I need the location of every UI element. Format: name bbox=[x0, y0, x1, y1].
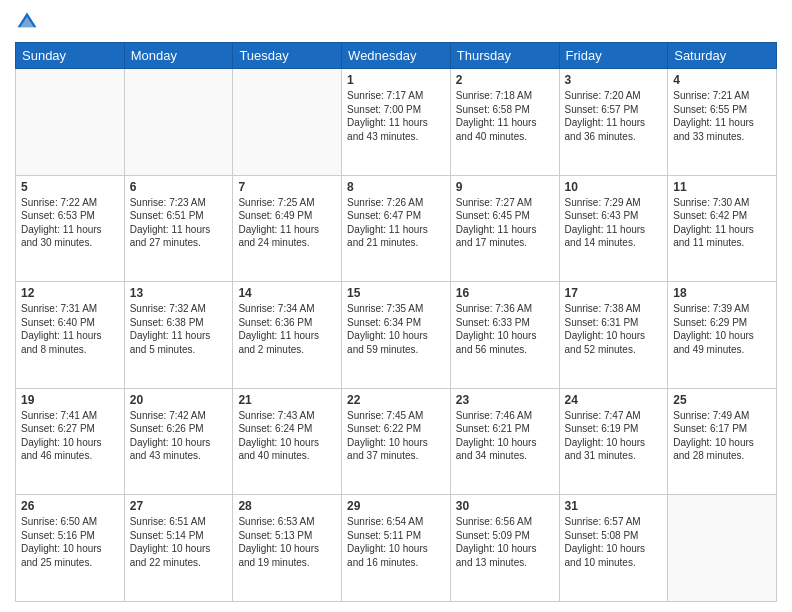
calendar-cell: 12Sunrise: 7:31 AM Sunset: 6:40 PM Dayli… bbox=[16, 282, 125, 389]
calendar-cell: 10Sunrise: 7:29 AM Sunset: 6:43 PM Dayli… bbox=[559, 175, 668, 282]
cell-content: Sunrise: 7:17 AM Sunset: 7:00 PM Dayligh… bbox=[347, 89, 445, 143]
cell-content: Sunrise: 7:27 AM Sunset: 6:45 PM Dayligh… bbox=[456, 196, 554, 250]
logo bbox=[15, 10, 43, 34]
day-number: 4 bbox=[673, 73, 771, 87]
calendar-cell: 26Sunrise: 6:50 AM Sunset: 5:16 PM Dayli… bbox=[16, 495, 125, 602]
cell-content: Sunrise: 6:56 AM Sunset: 5:09 PM Dayligh… bbox=[456, 515, 554, 569]
day-header-monday: Monday bbox=[124, 43, 233, 69]
calendar-cell: 4Sunrise: 7:21 AM Sunset: 6:55 PM Daylig… bbox=[668, 69, 777, 176]
day-header-thursday: Thursday bbox=[450, 43, 559, 69]
calendar-cell: 9Sunrise: 7:27 AM Sunset: 6:45 PM Daylig… bbox=[450, 175, 559, 282]
day-header-friday: Friday bbox=[559, 43, 668, 69]
calendar-cell bbox=[124, 69, 233, 176]
calendar-cell: 23Sunrise: 7:46 AM Sunset: 6:21 PM Dayli… bbox=[450, 388, 559, 495]
day-number: 26 bbox=[21, 499, 119, 513]
cell-content: Sunrise: 7:42 AM Sunset: 6:26 PM Dayligh… bbox=[130, 409, 228, 463]
calendar-cell: 27Sunrise: 6:51 AM Sunset: 5:14 PM Dayli… bbox=[124, 495, 233, 602]
calendar-cell: 30Sunrise: 6:56 AM Sunset: 5:09 PM Dayli… bbox=[450, 495, 559, 602]
calendar-cell: 31Sunrise: 6:57 AM Sunset: 5:08 PM Dayli… bbox=[559, 495, 668, 602]
day-header-tuesday: Tuesday bbox=[233, 43, 342, 69]
calendar-cell: 5Sunrise: 7:22 AM Sunset: 6:53 PM Daylig… bbox=[16, 175, 125, 282]
cell-content: Sunrise: 7:34 AM Sunset: 6:36 PM Dayligh… bbox=[238, 302, 336, 356]
cell-content: Sunrise: 7:32 AM Sunset: 6:38 PM Dayligh… bbox=[130, 302, 228, 356]
week-row-1: 1Sunrise: 7:17 AM Sunset: 7:00 PM Daylig… bbox=[16, 69, 777, 176]
week-row-3: 12Sunrise: 7:31 AM Sunset: 6:40 PM Dayli… bbox=[16, 282, 777, 389]
day-number: 12 bbox=[21, 286, 119, 300]
day-number: 14 bbox=[238, 286, 336, 300]
calendar-cell: 18Sunrise: 7:39 AM Sunset: 6:29 PM Dayli… bbox=[668, 282, 777, 389]
calendar-cell bbox=[16, 69, 125, 176]
cell-content: Sunrise: 7:25 AM Sunset: 6:49 PM Dayligh… bbox=[238, 196, 336, 250]
day-number: 30 bbox=[456, 499, 554, 513]
day-number: 10 bbox=[565, 180, 663, 194]
calendar-cell: 20Sunrise: 7:42 AM Sunset: 6:26 PM Dayli… bbox=[124, 388, 233, 495]
calendar-cell: 15Sunrise: 7:35 AM Sunset: 6:34 PM Dayli… bbox=[342, 282, 451, 389]
cell-content: Sunrise: 7:47 AM Sunset: 6:19 PM Dayligh… bbox=[565, 409, 663, 463]
day-number: 6 bbox=[130, 180, 228, 194]
calendar-cell: 7Sunrise: 7:25 AM Sunset: 6:49 PM Daylig… bbox=[233, 175, 342, 282]
week-row-2: 5Sunrise: 7:22 AM Sunset: 6:53 PM Daylig… bbox=[16, 175, 777, 282]
cell-content: Sunrise: 7:38 AM Sunset: 6:31 PM Dayligh… bbox=[565, 302, 663, 356]
day-number: 27 bbox=[130, 499, 228, 513]
day-number: 24 bbox=[565, 393, 663, 407]
cell-content: Sunrise: 7:36 AM Sunset: 6:33 PM Dayligh… bbox=[456, 302, 554, 356]
day-number: 29 bbox=[347, 499, 445, 513]
day-number: 11 bbox=[673, 180, 771, 194]
cell-content: Sunrise: 7:20 AM Sunset: 6:57 PM Dayligh… bbox=[565, 89, 663, 143]
cell-content: Sunrise: 7:29 AM Sunset: 6:43 PM Dayligh… bbox=[565, 196, 663, 250]
calendar-cell: 17Sunrise: 7:38 AM Sunset: 6:31 PM Dayli… bbox=[559, 282, 668, 389]
cell-content: Sunrise: 6:50 AM Sunset: 5:16 PM Dayligh… bbox=[21, 515, 119, 569]
calendar-header-row: SundayMondayTuesdayWednesdayThursdayFrid… bbox=[16, 43, 777, 69]
day-number: 28 bbox=[238, 499, 336, 513]
cell-content: Sunrise: 6:51 AM Sunset: 5:14 PM Dayligh… bbox=[130, 515, 228, 569]
week-row-5: 26Sunrise: 6:50 AM Sunset: 5:16 PM Dayli… bbox=[16, 495, 777, 602]
calendar-cell bbox=[233, 69, 342, 176]
cell-content: Sunrise: 7:26 AM Sunset: 6:47 PM Dayligh… bbox=[347, 196, 445, 250]
calendar-cell: 13Sunrise: 7:32 AM Sunset: 6:38 PM Dayli… bbox=[124, 282, 233, 389]
day-number: 20 bbox=[130, 393, 228, 407]
cell-content: Sunrise: 6:57 AM Sunset: 5:08 PM Dayligh… bbox=[565, 515, 663, 569]
calendar-cell: 8Sunrise: 7:26 AM Sunset: 6:47 PM Daylig… bbox=[342, 175, 451, 282]
day-header-saturday: Saturday bbox=[668, 43, 777, 69]
calendar-cell: 2Sunrise: 7:18 AM Sunset: 6:58 PM Daylig… bbox=[450, 69, 559, 176]
cell-content: Sunrise: 7:43 AM Sunset: 6:24 PM Dayligh… bbox=[238, 409, 336, 463]
cell-content: Sunrise: 6:53 AM Sunset: 5:13 PM Dayligh… bbox=[238, 515, 336, 569]
calendar-cell: 16Sunrise: 7:36 AM Sunset: 6:33 PM Dayli… bbox=[450, 282, 559, 389]
header bbox=[15, 10, 777, 34]
calendar-cell: 11Sunrise: 7:30 AM Sunset: 6:42 PM Dayli… bbox=[668, 175, 777, 282]
day-number: 1 bbox=[347, 73, 445, 87]
calendar-cell: 29Sunrise: 6:54 AM Sunset: 5:11 PM Dayli… bbox=[342, 495, 451, 602]
day-number: 13 bbox=[130, 286, 228, 300]
cell-content: Sunrise: 6:54 AM Sunset: 5:11 PM Dayligh… bbox=[347, 515, 445, 569]
cell-content: Sunrise: 7:18 AM Sunset: 6:58 PM Dayligh… bbox=[456, 89, 554, 143]
calendar-cell: 14Sunrise: 7:34 AM Sunset: 6:36 PM Dayli… bbox=[233, 282, 342, 389]
day-number: 5 bbox=[21, 180, 119, 194]
cell-content: Sunrise: 7:30 AM Sunset: 6:42 PM Dayligh… bbox=[673, 196, 771, 250]
calendar-cell: 6Sunrise: 7:23 AM Sunset: 6:51 PM Daylig… bbox=[124, 175, 233, 282]
calendar-cell: 25Sunrise: 7:49 AM Sunset: 6:17 PM Dayli… bbox=[668, 388, 777, 495]
cell-content: Sunrise: 7:35 AM Sunset: 6:34 PM Dayligh… bbox=[347, 302, 445, 356]
calendar-cell: 19Sunrise: 7:41 AM Sunset: 6:27 PM Dayli… bbox=[16, 388, 125, 495]
day-number: 2 bbox=[456, 73, 554, 87]
day-number: 18 bbox=[673, 286, 771, 300]
calendar-cell: 24Sunrise: 7:47 AM Sunset: 6:19 PM Dayli… bbox=[559, 388, 668, 495]
day-number: 22 bbox=[347, 393, 445, 407]
day-number: 17 bbox=[565, 286, 663, 300]
cell-content: Sunrise: 7:23 AM Sunset: 6:51 PM Dayligh… bbox=[130, 196, 228, 250]
day-number: 15 bbox=[347, 286, 445, 300]
day-number: 31 bbox=[565, 499, 663, 513]
day-number: 16 bbox=[456, 286, 554, 300]
cell-content: Sunrise: 7:46 AM Sunset: 6:21 PM Dayligh… bbox=[456, 409, 554, 463]
calendar-cell bbox=[668, 495, 777, 602]
cell-content: Sunrise: 7:41 AM Sunset: 6:27 PM Dayligh… bbox=[21, 409, 119, 463]
cell-content: Sunrise: 7:49 AM Sunset: 6:17 PM Dayligh… bbox=[673, 409, 771, 463]
cell-content: Sunrise: 7:31 AM Sunset: 6:40 PM Dayligh… bbox=[21, 302, 119, 356]
day-number: 23 bbox=[456, 393, 554, 407]
calendar-cell: 21Sunrise: 7:43 AM Sunset: 6:24 PM Dayli… bbox=[233, 388, 342, 495]
day-number: 19 bbox=[21, 393, 119, 407]
cell-content: Sunrise: 7:39 AM Sunset: 6:29 PM Dayligh… bbox=[673, 302, 771, 356]
page: SundayMondayTuesdayWednesdayThursdayFrid… bbox=[0, 0, 792, 612]
calendar-cell: 22Sunrise: 7:45 AM Sunset: 6:22 PM Dayli… bbox=[342, 388, 451, 495]
day-number: 21 bbox=[238, 393, 336, 407]
cell-content: Sunrise: 7:21 AM Sunset: 6:55 PM Dayligh… bbox=[673, 89, 771, 143]
